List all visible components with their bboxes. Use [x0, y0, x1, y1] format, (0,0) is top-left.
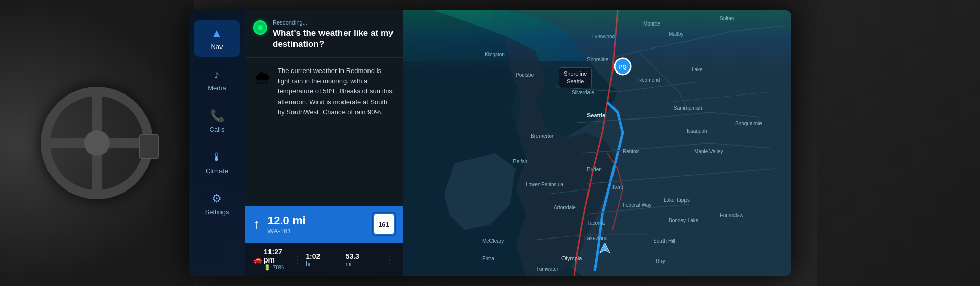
- sidebar-item-settings[interactable]: ⚙ Settings: [194, 186, 240, 222]
- trip-arrival: 🚗 11:27 pm 🔋 78%: [253, 248, 289, 271]
- svg-text:Tacoma: Tacoma: [587, 220, 605, 226]
- svg-text:Belfair: Belfair: [513, 159, 528, 164]
- divider-2: ⋮: [385, 253, 395, 266]
- svg-text:PQ: PQ: [619, 64, 627, 70]
- svg-text:Artondale: Artondale: [554, 205, 576, 210]
- climate-icon: 🌡: [211, 151, 223, 164]
- svg-text:Burien: Burien: [587, 166, 602, 172]
- car-icon: 🚗: [253, 255, 262, 264]
- svg-text:Maple Valley: Maple Valley: [694, 149, 723, 154]
- nav-strip: ↑ 12.0 mi WA-161 161: [245, 206, 403, 243]
- trip-distance-details: 53.3 mi: [346, 252, 359, 267]
- svg-text:Roy: Roy: [656, 258, 665, 264]
- climate-label: Climate: [206, 167, 228, 175]
- svg-text:Tumwater: Tumwater: [536, 266, 559, 272]
- trip-arrival-details: 11:27 pm 🔋 78%: [264, 248, 289, 271]
- sidebar-item-climate[interactable]: 🌡 Climate: [194, 145, 240, 181]
- divider-1: ⋮: [292, 253, 303, 266]
- svg-text:Silverdale: Silverdale: [572, 90, 594, 96]
- svg-text:Bremerton: Bremerton: [531, 133, 555, 139]
- map-svg: PQ Monroe Sultan Lynnwood Maltby Kingsto…: [403, 10, 791, 276]
- trip-distance: 53.3 mi: [346, 252, 382, 267]
- duration-unit: hr: [306, 260, 320, 267]
- distance-unit: mi: [346, 260, 359, 267]
- calls-icon: 📞: [210, 109, 224, 123]
- nav-label: Nav: [211, 43, 223, 51]
- steering-wheel-area: [0, 0, 194, 286]
- duration-value: 1:02: [306, 252, 320, 260]
- nav-distance-info: 12.0 mi WA-161: [267, 214, 365, 235]
- voice-section: Responding... What's the weather like at…: [245, 10, 403, 58]
- svg-text:Issaquah: Issaquah: [687, 128, 707, 134]
- svg-text:Sultan: Sultan: [720, 16, 734, 21]
- svg-text:Shoreline: Shoreline: [587, 57, 609, 62]
- highway-badge: 161: [373, 213, 395, 235]
- responding-label: Responding...: [273, 19, 395, 26]
- svg-text:Poulsbo: Poulsbo: [516, 72, 534, 78]
- svg-text:Lake: Lake: [692, 67, 703, 73]
- svg-text:Kingston: Kingston: [485, 52, 505, 57]
- right-panel: [817, 0, 980, 286]
- svg-text:Federal Way: Federal Way: [623, 202, 651, 208]
- nav-icon: ▲: [211, 27, 223, 40]
- svg-text:Snoqualmie: Snoqualmie: [735, 121, 762, 126]
- svg-text:Lynnwood: Lynnwood: [592, 34, 615, 39]
- steering-wheel-center: [84, 130, 110, 156]
- svg-text:Monroe: Monroe: [643, 21, 660, 27]
- voice-indicator-inner: [258, 25, 263, 30]
- steering-wheel: [41, 87, 153, 199]
- settings-icon: ⚙: [212, 192, 222, 205]
- main-screen: ▲ Nav ♪ Media 📞 Calls 🌡 Climate ⚙ Settin…: [189, 10, 791, 276]
- voice-indicator: [253, 20, 267, 35]
- svg-text:South Hill: South Hill: [653, 238, 675, 244]
- svg-text:Renton: Renton: [623, 149, 639, 154]
- trip-info-bar: 🚗 11:27 pm 🔋 78% ⋮ 1:02 hr: [245, 243, 403, 276]
- svg-text:Olympia: Olympia: [561, 255, 582, 261]
- car-interior: ▲ Nav ♪ Media 📞 Calls 🌡 Climate ⚙ Settin…: [0, 0, 980, 286]
- svg-text:Lower Peninsula: Lower Peninsula: [526, 182, 564, 187]
- content-panel: Responding... What's the weather like at…: [245, 10, 403, 276]
- svg-text:Enumclaw: Enumclaw: [720, 212, 744, 218]
- weather-description: The current weather in Redmond is light …: [278, 66, 395, 198]
- svg-text:Elma: Elma: [482, 256, 494, 261]
- svg-text:Bonney Lake: Bonney Lake: [669, 218, 699, 223]
- nav-road: WA-161: [267, 227, 365, 235]
- battery-percent: 🔋 78%: [264, 264, 289, 271]
- map-area[interactable]: PQ Monroe Sultan Lynnwood Maltby Kingsto…: [403, 10, 791, 276]
- svg-text:Redmond: Redmond: [638, 77, 660, 83]
- svg-text:Sammamish: Sammamish: [674, 105, 702, 111]
- svg-text:Seattle: Seattle: [587, 112, 605, 118]
- svg-text:Maltby: Maltby: [669, 31, 683, 37]
- svg-text:Lake Tapps: Lake Tapps: [664, 197, 690, 203]
- sidebar-item-nav[interactable]: ▲ Nav: [194, 20, 240, 57]
- nav-sidebar: ▲ Nav ♪ Media 📞 Calls 🌡 Climate ⚙ Settin…: [189, 10, 245, 276]
- svg-text:Kent: Kent: [612, 184, 623, 190]
- voice-header: Responding... What's the weather like at…: [253, 19, 395, 50]
- nav-distance-value: 12.0 mi: [267, 214, 365, 227]
- media-icon: ♪: [214, 68, 220, 81]
- sidebar-item-calls[interactable]: 📞 Calls: [194, 103, 240, 139]
- svg-text:McCleary: McCleary: [482, 238, 504, 244]
- trip-duration-details: 1:02 hr: [306, 252, 320, 267]
- destination-label: Shoreline Seattle: [559, 67, 592, 88]
- calls-label: Calls: [210, 126, 225, 133]
- weather-icon: 🌧: [253, 67, 272, 198]
- svg-text:Lakewood: Lakewood: [584, 235, 608, 241]
- voice-question: What's the weather like at my destinatio…: [273, 28, 395, 50]
- trip-duration: 1:02 hr: [306, 252, 342, 267]
- settings-label: Settings: [205, 208, 229, 216]
- arrival-time: 11:27 pm: [264, 248, 289, 264]
- distance-value: 53.3: [346, 252, 359, 260]
- voice-text-area: Responding... What's the weather like at…: [273, 19, 395, 50]
- weather-section: 🌧 The current weather in Redmond is ligh…: [245, 58, 403, 206]
- media-label: Media: [208, 84, 226, 92]
- steering-control: [139, 134, 159, 159]
- sidebar-item-media[interactable]: ♪ Media: [194, 62, 240, 98]
- battery-icon: 🔋: [264, 264, 271, 270]
- nav-arrow-icon: ↑: [253, 216, 260, 232]
